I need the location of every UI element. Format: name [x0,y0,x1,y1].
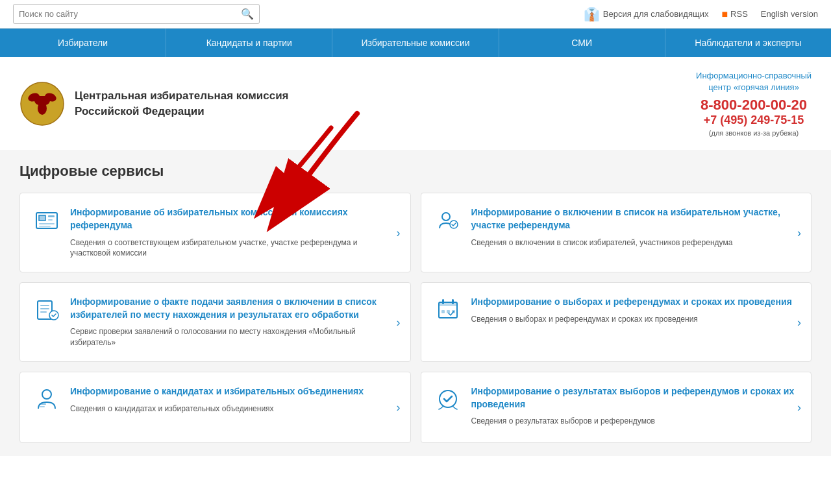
card-results-info[interactable]: Информирование о результатах выборов и р… [421,372,812,443]
svg-rect-33 [40,406,45,407]
nav-item-candidates[interactable]: Кандидаты и партии [166,29,332,57]
svg-rect-22 [40,311,47,313]
card1-arrow: › [397,226,401,239]
rss-label: RSS [730,9,748,19]
visually-impaired-link[interactable]: 👔 Версия для слабовидящих [584,6,709,22]
search-input[interactable] [19,9,241,19]
card1-icon [33,206,60,234]
svg-rect-21 [40,308,49,309]
hotline-number-alt: +7 (495) 249-75-15 [696,114,812,127]
search-icon[interactable]: 🔍 [241,8,254,20]
card4-content: Информирование о выборах и референдумах … [471,296,795,324]
card3-icon [33,296,60,323]
card2-title: Информирование о включении в список на и… [471,206,795,232]
rss-icon: ■ [721,8,728,20]
glasses-icon: 👔 [584,6,600,22]
card5-icon [33,385,60,413]
svg-rect-11 [39,215,45,221]
logo-section: Центральная избирательная комиссия Росси… [19,81,289,126]
english-version-link[interactable]: English version [761,9,818,19]
svg-point-6 [38,102,47,115]
card5-desc: Сведения о кандидатах и избирательных об… [70,403,394,414]
card1-desc: Сведения о соответствующем избирательном… [70,237,394,259]
card1-content: Информирование об избирательных комиссия… [70,206,394,259]
card6-title: Информирование о результатах выборов и р… [471,385,795,411]
logo-text: Центральная избирательная комиссия Росси… [75,88,289,119]
svg-rect-26 [442,299,444,304]
org-name-line2: Российской Федерации [75,105,205,117]
card2-content: Информирование о включении в список на и… [471,206,795,248]
card6-content: Информирование о результатах выборов и р… [471,385,795,427]
hotline-note: (для звонков из-за рубежа) [696,129,812,137]
card5-arrow: › [397,400,401,414]
main-nav: Избиратели Кандидаты и партии Избиратель… [0,29,831,57]
nav-item-media[interactable]: СМИ [499,29,665,57]
card-commissions-info[interactable]: Информирование об избирательных комиссия… [19,193,411,272]
svg-rect-29 [447,310,450,313]
search-wrapper: 🔍 [13,4,260,24]
card-application-info[interactable]: Информирование о факте подачи заявления … [19,282,411,362]
card3-title: Информирование о факте подачи заявления … [70,296,394,321]
visually-impaired-label: Версия для слабовидящих [603,9,709,19]
card6-icon [434,385,462,413]
svg-rect-15 [39,223,55,224]
header-area: Центральная избирательная комиссия Росси… [0,57,831,150]
section-title: Цифровые сервисы [19,163,812,180]
top-bar: 🔍 👔 Версия для слабовидящих ■ RSS Englis… [0,0,831,29]
card3-desc: Сервис проверки заявлений о голосовании … [70,326,394,348]
svg-rect-25 [439,302,457,306]
org-name-line1: Центральная избирательная комиссия [75,90,289,102]
hotline-number-main: 8-800-200-00-20 [696,97,812,114]
card2-desc: Сведения о включении в список избирателе… [471,237,795,248]
svg-point-34 [440,390,456,407]
logo-emblem [19,81,65,126]
svg-rect-20 [40,305,49,306]
card5-title: Информирование о кандидатах и избиратель… [70,385,394,398]
svg-rect-13 [48,215,55,217]
card4-title: Информирование о выборах и референдумах … [471,296,795,309]
cards-grid: Информирование об избирательных комиссия… [19,193,812,443]
svg-rect-14 [48,219,53,221]
nav-item-observers[interactable]: Наблюдатели и эксперты [665,29,831,57]
svg-rect-16 [39,226,51,227]
svg-rect-7 [40,93,45,96]
card2-arrow: › [797,226,801,239]
card-candidates-info[interactable]: Информирование о кандидатах и избиратель… [19,372,411,443]
english-version-label: English version [761,9,818,19]
main-content: Цифровые сервисы [0,150,831,456]
svg-point-31 [42,390,51,399]
card2-icon [434,206,462,234]
hotline-title: Информационно-справочный центр «горячая … [696,70,812,93]
card4-icon [434,296,462,323]
svg-rect-27 [452,299,454,304]
card4-arrow: › [797,315,801,329]
card6-desc: Сведения о результатах выборов и референ… [471,416,795,427]
card6-arrow: › [797,400,801,414]
card3-arrow: › [397,315,401,329]
card-voter-list-info[interactable]: Информирование о включении в список на и… [421,193,812,272]
card5-content: Информирование о кандидатах и избиратель… [70,385,394,414]
top-bar-right: 👔 Версия для слабовидящих ■ RSS English … [584,6,818,22]
card1-title: Информирование об избирательных комиссия… [70,206,394,232]
card3-content: Информирование о факте подачи заявления … [70,296,394,348]
svg-rect-32 [40,403,46,405]
svg-rect-28 [441,310,445,313]
nav-item-commissions[interactable]: Избирательные комиссии [332,29,499,57]
card-elections-info[interactable]: Информирование о выборах и референдумах … [421,282,812,362]
card4-desc: Сведения о выборах и референдумах и срок… [471,314,795,325]
rss-link[interactable]: ■ RSS [721,8,747,20]
nav-item-voters[interactable]: Избиратели [0,29,166,57]
svg-point-17 [442,213,450,221]
hotline-section: Информационно-справочный центр «горячая … [696,70,812,137]
